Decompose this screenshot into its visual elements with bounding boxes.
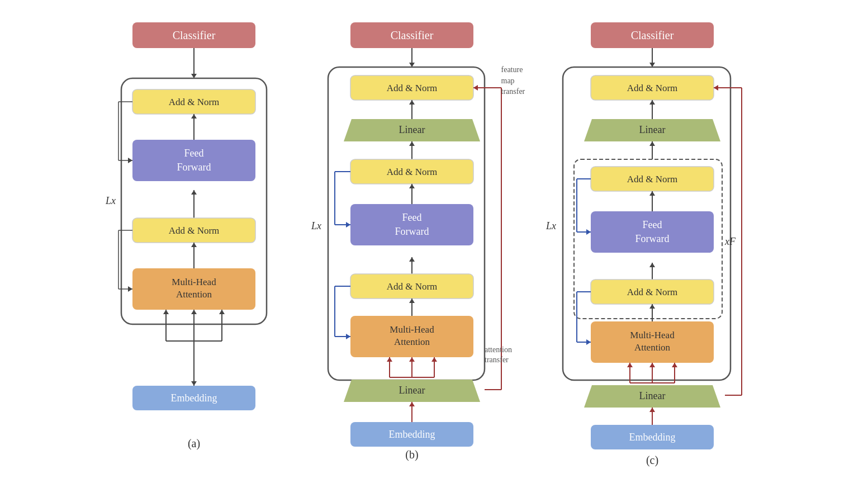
svg-marker-74 [346, 334, 350, 339]
attention-transfer-label: attention [485, 345, 512, 354]
svg-marker-23 [128, 286, 132, 292]
svg-marker-27 [191, 310, 197, 314]
add-norm-1-c: Add & Norm [627, 287, 677, 297]
svg-text:Forward: Forward [177, 162, 211, 173]
svg-marker-13 [191, 243, 197, 247]
svg-marker-94 [649, 191, 655, 196]
svg-marker-59 [409, 357, 415, 362]
svg-marker-101 [649, 304, 655, 309]
svg-text:transfer: transfer [485, 356, 509, 364]
svg-marker-43 [409, 141, 415, 146]
xf-label: xF [724, 236, 736, 247]
svg-marker-122 [586, 339, 591, 345]
multi-head-a: Multi-Head [172, 277, 216, 287]
multi-head-c: Multi-Head [630, 330, 675, 340]
svg-text:Attention: Attention [634, 342, 670, 353]
diagram-b: Classifier Lx Add & Norm Linear Add & No… [311, 11, 513, 470]
svg-marker-118 [586, 229, 591, 235]
svg-rect-95 [591, 211, 714, 253]
add-norm-top-b: Add & Norm [386, 83, 437, 93]
diagram-c: Classifier Lx Add & Norm Linear xF [546, 11, 758, 470]
classifier-c-label: Classifier [630, 29, 673, 41]
svg-text:Attention: Attention [176, 289, 212, 300]
lx-b-label: Lx [311, 220, 321, 231]
classifier-a-label: Classifier [172, 29, 215, 41]
svg-marker-87 [649, 100, 655, 105]
svg-marker-61 [431, 357, 437, 362]
lx-c-label: Lx [546, 220, 556, 231]
svg-marker-53 [409, 299, 415, 303]
add-norm-2-b: Add & Norm [386, 167, 437, 177]
svg-marker-57 [387, 357, 392, 362]
svg-marker-46 [409, 184, 415, 188]
svg-marker-19 [128, 158, 132, 163]
main-container: Classifier Lx Add & Norm Feed Forward [0, 0, 868, 502]
svg-marker-98 [649, 263, 655, 267]
svg-marker-107 [649, 363, 655, 367]
svg-marker-25 [163, 310, 169, 314]
linear-top-c: Linear [639, 124, 665, 135]
feed-forward-a: Feed [184, 148, 203, 159]
caption-b: (b) [405, 448, 418, 461]
diagram-c-svg: Classifier Lx Add & Norm Linear xF [546, 11, 758, 470]
linear-bottom-c: Linear [639, 390, 665, 401]
svg-marker-40 [409, 100, 415, 105]
embedding-b: Embedding [388, 429, 435, 440]
embedding-a: Embedding [170, 392, 217, 404]
svg-rect-7 [132, 140, 255, 181]
svg-rect-47 [350, 204, 473, 245]
feed-forward-b: Feed [402, 212, 421, 223]
svg-marker-31 [191, 381, 197, 386]
caption-c: (c) [646, 454, 658, 467]
lx-a-label: Lx [105, 195, 116, 206]
add-norm-1-b: Add & Norm [386, 281, 437, 292]
svg-marker-6 [191, 114, 197, 119]
multi-head-b: Multi-Head [390, 324, 434, 335]
svg-marker-70 [346, 222, 350, 228]
svg-marker-126 [714, 85, 718, 91]
embedding-c: Embedding [629, 432, 675, 443]
diagram-a-svg: Classifier Lx Add & Norm Feed Forward [110, 11, 278, 470]
classifier-b-label: Classifier [390, 29, 433, 41]
svg-marker-109 [672, 363, 677, 367]
add-norm-bot-a: Add & Norm [168, 225, 219, 236]
svg-text:Forward: Forward [635, 233, 669, 244]
caption-a: (a) [187, 437, 200, 450]
svg-marker-10 [191, 190, 197, 195]
feature-map-transfer-label: feature maptransfer [501, 64, 525, 97]
svg-marker-90 [649, 141, 655, 146]
linear-top-b: Linear [399, 124, 425, 135]
svg-text:Attention: Attention [393, 337, 430, 347]
add-norm-2-c: Add & Norm [627, 174, 677, 184]
svg-text:Forward: Forward [395, 226, 429, 237]
svg-marker-105 [627, 363, 633, 367]
feed-forward-c: Feed [642, 219, 662, 230]
linear-bottom-b: Linear [399, 385, 425, 396]
svg-marker-113 [649, 408, 655, 412]
add-norm-top-c: Add & Norm [627, 83, 677, 93]
add-norm-top-a: Add & Norm [168, 97, 219, 107]
svg-marker-50 [409, 257, 415, 262]
diagram-a: Classifier Lx Add & Norm Feed Forward [110, 11, 278, 470]
diagram-b-svg: Classifier Lx Add & Norm Linear Add & No… [311, 11, 513, 470]
svg-marker-65 [409, 402, 415, 406]
svg-marker-29 [219, 310, 225, 314]
